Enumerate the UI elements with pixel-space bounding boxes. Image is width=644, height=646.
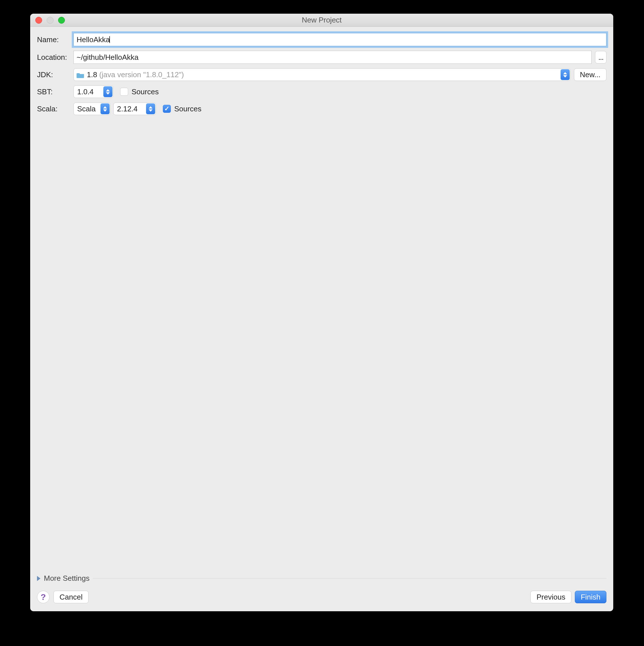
traffic-lights	[35, 17, 65, 24]
close-window-icon[interactable]	[35, 17, 42, 24]
folder-icon	[77, 72, 85, 78]
finish-button[interactable]: Finish	[575, 591, 607, 603]
minimize-window-icon	[47, 17, 53, 24]
sbt-sources-label: Sources	[132, 88, 159, 96]
name-input[interactable]: HelloAkka	[74, 33, 607, 46]
cancel-button[interactable]: Cancel	[53, 591, 89, 603]
help-button[interactable]: ?	[37, 591, 49, 603]
name-row: Name: HelloAkka	[37, 33, 607, 46]
location-value: ~/github/HelloAkka	[77, 53, 139, 62]
scala-kind-select[interactable]: Scala	[74, 103, 111, 115]
sbt-sources-checkbox[interactable]	[120, 88, 128, 96]
stepper-icon	[101, 103, 110, 114]
zoom-window-icon[interactable]	[58, 17, 65, 24]
sbt-row: SBT: 1.0.4 Sources	[37, 86, 607, 98]
more-settings-label: More Settings	[44, 574, 89, 583]
jdk-version-text: 1.8	[87, 70, 97, 79]
scala-sources-label: Sources	[174, 105, 201, 113]
more-settings-toggle[interactable]: More Settings	[37, 574, 607, 583]
jdk-new-button[interactable]: New...	[574, 68, 607, 81]
jdk-select[interactable]: 1.8 (java version "1.8.0_112")	[74, 68, 570, 81]
dialog-content: Name: HelloAkka Location: ~/github/Hello…	[30, 27, 613, 591]
scala-version-value: 2.12.4	[117, 105, 137, 113]
dialog-footer: ? Cancel Previous Finish	[30, 591, 613, 611]
sbt-label: SBT:	[37, 88, 74, 96]
scala-kind-value: Scala	[77, 105, 96, 113]
scala-version-select[interactable]: 2.12.4	[113, 103, 156, 115]
window-title: New Project	[30, 16, 613, 24]
stepper-icon	[146, 103, 155, 114]
scala-label: Scala:	[37, 105, 74, 113]
scala-row: Scala: Scala 2.12.4 Sources	[37, 103, 607, 115]
jdk-label: JDK:	[37, 70, 74, 79]
titlebar: New Project	[30, 14, 613, 27]
browse-location-button[interactable]: ...	[595, 51, 607, 64]
previous-button[interactable]: Previous	[530, 591, 571, 603]
disclosure-triangle-icon	[37, 576, 40, 581]
location-label: Location:	[37, 53, 74, 62]
stepper-icon	[103, 86, 113, 97]
jdk-row: JDK: 1.8 (java version "1.8.0_112") New.…	[37, 68, 607, 81]
divider	[93, 578, 607, 578]
sbt-version-value: 1.0.4	[77, 88, 94, 96]
stepper-icon	[560, 69, 570, 80]
scala-sources-checkbox[interactable]	[163, 105, 171, 113]
location-input[interactable]: ~/github/HelloAkka	[74, 51, 592, 64]
jdk-detail-text: (java version "1.8.0_112")	[99, 70, 183, 79]
name-value: HelloAkka	[77, 35, 110, 44]
sbt-version-select[interactable]: 1.0.4	[74, 86, 113, 98]
spacer	[37, 120, 607, 574]
location-row: Location: ~/github/HelloAkka ...	[37, 51, 607, 64]
new-project-window: New Project Name: HelloAkka Location: ~/…	[30, 14, 613, 611]
name-label: Name:	[37, 35, 74, 44]
